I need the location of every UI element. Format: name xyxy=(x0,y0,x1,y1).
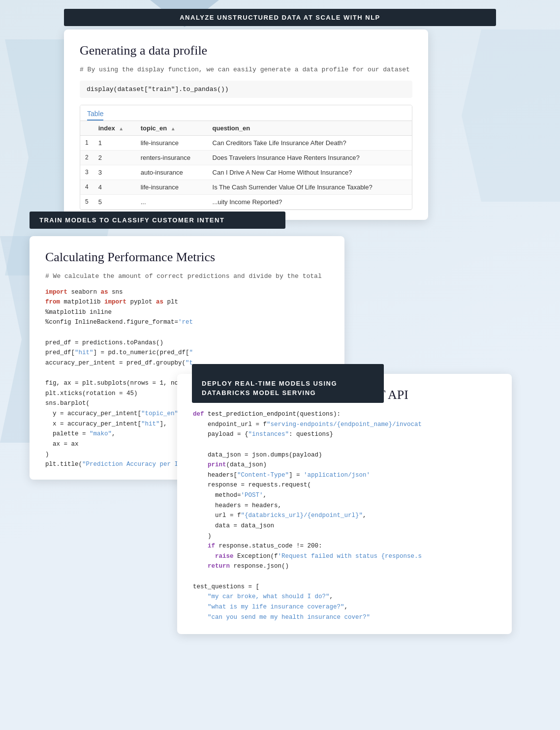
cell-rownum: 5 xyxy=(80,194,93,209)
cell-question: Does Travelers Insurance Have Renters In… xyxy=(208,150,412,165)
table-header-row: index ▲ topic_en ▲ question_en xyxy=(80,121,412,136)
cell-rownum: 3 xyxy=(80,165,93,180)
table-row: 3 3 auto-insurance Can I Drive A New Car… xyxy=(80,165,412,180)
table-row: 4 4 life-insurance Is The Cash Surrender… xyxy=(80,180,412,194)
table-row: 2 2 renters-insurance Does Travelers Ins… xyxy=(80,150,412,165)
banner-2-text: TRAIN MODELS TO CLASSIFY CUSTOMER INTENT xyxy=(39,216,224,224)
th-topic: topic_en ▲ xyxy=(136,121,208,136)
card1-title: Generating a data profile xyxy=(80,43,412,58)
data-table: index ▲ topic_en ▲ question_en 1 1 life-… xyxy=(80,121,412,210)
cell-question: Can Creditors Take Life Insurance After … xyxy=(208,135,412,150)
banner-3-text: DEPLOY REAL-TIME MODELS USING DATABRICKS… xyxy=(202,380,337,397)
cell-rownum: 1 xyxy=(80,135,93,150)
arrow-right xyxy=(462,30,560,202)
cell-index: 5 xyxy=(93,194,136,209)
th-question: question_en xyxy=(208,121,412,136)
card-endpoint: Querying the endpoint through REST API d… xyxy=(177,374,512,634)
cell-question: Is The Cash Surrender Value Of Life Insu… xyxy=(208,180,412,194)
cell-index: 2 xyxy=(93,150,136,165)
cell-question: Can I Drive A New Car Home Without Insur… xyxy=(208,165,412,180)
card1-comment: # By using the display function, we can … xyxy=(80,65,412,75)
card-data-profile: Generating a data profile # By using the… xyxy=(64,30,428,220)
table-body: 1 1 life-insurance Can Creditors Take Li… xyxy=(80,135,412,209)
cell-index: 3 xyxy=(93,165,136,180)
card1-code: display(dataset["train"].to_pandas()) xyxy=(80,81,412,98)
table-tabs-bar: Table xyxy=(80,105,412,121)
cell-rownum: 4 xyxy=(80,180,93,194)
cell-question: ...uity Income Reported? xyxy=(208,194,412,209)
cell-topic: renters-insurance xyxy=(136,150,208,165)
th-rownum xyxy=(80,121,93,136)
cell-rownum: 2 xyxy=(80,150,93,165)
cell-topic: ... xyxy=(136,194,208,209)
cell-index: 4 xyxy=(93,180,136,194)
card2-title: Calculating Performance Metrics xyxy=(45,250,329,265)
banner-3: DEPLOY REAL-TIME MODELS USING DATABRICKS… xyxy=(192,364,384,403)
cell-index: 1 xyxy=(93,135,136,150)
banner-1-text: ANALYZE UNSTRUCTURED DATA AT SCALE WITH … xyxy=(180,14,380,21)
banner-2: TRAIN MODELS TO CLASSIFY CUSTOMER INTENT xyxy=(30,212,285,229)
card3-code-block: def test_prediction_endpoint(questions):… xyxy=(193,409,496,622)
scene: ANALYZE UNSTRUCTURED DATA AT SCALE WITH … xyxy=(0,0,560,730)
cell-topic: life-insurance xyxy=(136,135,208,150)
table-tab[interactable]: Table xyxy=(87,110,103,121)
card1-table-wrapper: Table index ▲ topic_en ▲ question_en 1 1… xyxy=(80,105,412,210)
th-index: index ▲ xyxy=(93,121,136,136)
card1-code-text: display(dataset["train"].to_pandas()) xyxy=(87,86,229,93)
card2-comment: # We calculate the amount of correct pre… xyxy=(45,272,329,281)
banner-1: ANALYZE UNSTRUCTURED DATA AT SCALE WITH … xyxy=(64,9,496,26)
card3-code-area: def test_prediction_endpoint(questions):… xyxy=(193,409,496,622)
table-row: 5 5 ... ...uity Income Reported? xyxy=(80,194,412,209)
table-row: 1 1 life-insurance Can Creditors Take Li… xyxy=(80,135,412,150)
cell-topic: life-insurance xyxy=(136,180,208,194)
cell-topic: auto-insurance xyxy=(136,165,208,180)
